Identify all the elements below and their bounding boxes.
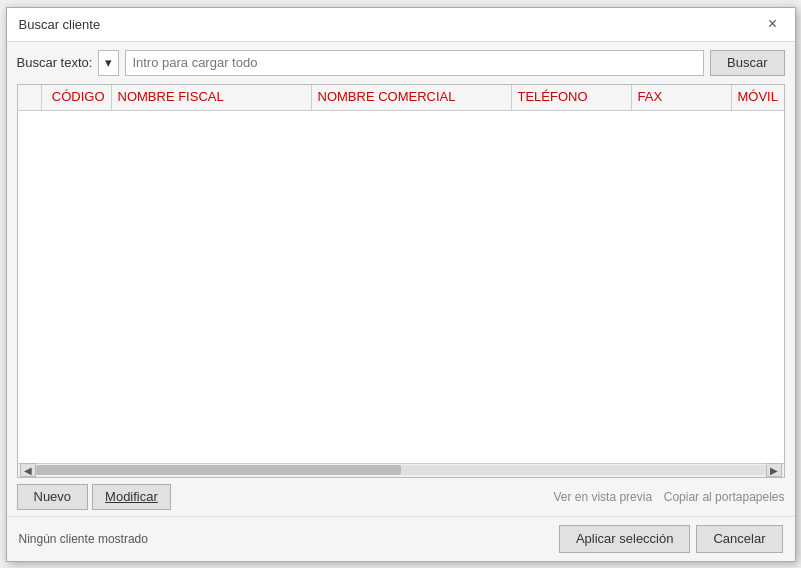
portapapeles-button[interactable]: Copiar al portapapeles bbox=[664, 490, 785, 504]
bottom-buttons-bar: Nuevo Modificar Ver en vista previa Copi… bbox=[7, 478, 795, 516]
table-body bbox=[18, 111, 784, 463]
search-input[interactable] bbox=[125, 50, 704, 76]
dialog-title: Buscar cliente bbox=[19, 17, 101, 32]
nuevo-button[interactable]: Nuevo bbox=[17, 484, 89, 510]
results-table-container: CÓDIGO NOMBRE FISCAL NOMBRE COMERCIAL TE… bbox=[17, 84, 785, 478]
action-buttons: Aplicar selección Cancelar bbox=[559, 525, 783, 553]
vista-previa-button[interactable]: Ver en vista previa bbox=[553, 490, 652, 504]
modificar-button[interactable]: Modificar bbox=[92, 484, 171, 510]
th-nombre-comercial: NOMBRE COMERCIAL bbox=[312, 85, 512, 110]
dialog-buscar-cliente: Buscar cliente × Buscar texto: ▾ Buscar … bbox=[6, 7, 796, 562]
scrollbar-track bbox=[36, 465, 766, 475]
separator bbox=[656, 489, 660, 504]
search-dropdown-button[interactable]: ▾ bbox=[98, 50, 119, 76]
status-text: Ningún cliente mostrado bbox=[19, 532, 148, 546]
search-label: Buscar texto: bbox=[17, 55, 93, 70]
scroll-right-arrow[interactable]: ▶ bbox=[766, 463, 782, 477]
search-bar: Buscar texto: ▾ Buscar bbox=[7, 42, 795, 84]
horizontal-scrollbar[interactable]: ◀ ▶ bbox=[18, 463, 784, 477]
th-checkbox bbox=[18, 85, 42, 110]
scrollbar-thumb[interactable] bbox=[36, 465, 401, 475]
buscar-button[interactable]: Buscar bbox=[710, 50, 784, 76]
th-movil: MÓVIL bbox=[732, 85, 785, 110]
scroll-left-arrow[interactable]: ◀ bbox=[20, 463, 36, 477]
th-fax: FAX bbox=[632, 85, 732, 110]
apply-selection-button[interactable]: Aplicar selección bbox=[559, 525, 691, 553]
search-dropdown-text: ▾ bbox=[105, 55, 112, 70]
table-header: CÓDIGO NOMBRE FISCAL NOMBRE COMERCIAL TE… bbox=[18, 85, 784, 111]
title-bar: Buscar cliente × bbox=[7, 8, 795, 42]
status-bar: Ningún cliente mostrado Aplicar selecció… bbox=[7, 516, 795, 561]
close-button[interactable]: × bbox=[763, 14, 783, 34]
th-codigo: CÓDIGO bbox=[42, 85, 112, 110]
th-telefono: TELÉFONO bbox=[512, 85, 632, 110]
th-nombre-fiscal: NOMBRE FISCAL bbox=[112, 85, 312, 110]
cancel-button[interactable]: Cancelar bbox=[696, 525, 782, 553]
